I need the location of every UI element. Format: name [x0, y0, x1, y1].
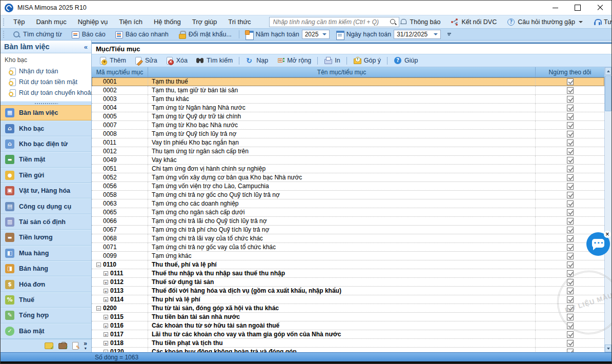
expand-toggle[interactable]: +	[104, 341, 108, 346]
table-row[interactable]: 0099 Tạm ứng khác	[92, 252, 604, 260]
stop-tracking-checkbox[interactable]	[567, 314, 574, 320]
sidebar-nav-item[interactable]: Tổng hợp	[1, 308, 91, 323]
stop-tracking-checkbox[interactable]	[567, 113, 574, 120]
menu-item[interactable]: Danh mục	[30, 15, 72, 29]
chat-close-icon[interactable]: ×	[604, 231, 611, 238]
stop-tracking-checkbox[interactable]	[567, 122, 574, 129]
toolbar-grip-handle[interactable]	[3, 30, 5, 38]
sidebar-collapse-button[interactable]: «	[84, 43, 88, 51]
panel-toolbar-button[interactable]: Xóa	[161, 56, 192, 65]
sidebar-nav-item[interactable]: Mua hàng	[1, 246, 91, 261]
panel-toolbar-button[interactable]: Tìm kiếm	[192, 56, 237, 65]
table-row[interactable]: 0001 Tạm thu thuế	[92, 77, 604, 86]
table-row[interactable]: + 0117 Lãi thu từ các khoản cho vay và t…	[92, 330, 604, 339]
panel-toolbar-button[interactable]: Thêm	[95, 56, 130, 65]
stop-tracking-checkbox[interactable]	[567, 96, 574, 103]
stop-tracking-checkbox[interactable]	[567, 148, 574, 155]
vertical-scrollbar[interactable]	[604, 67, 611, 352]
sidebar-nav-item[interactable]: Bán hàng	[1, 261, 91, 276]
fiscal-year-select[interactable]: 2025	[302, 30, 330, 39]
panel-toolbar-button[interactable]: Nạp	[241, 56, 272, 65]
expand-toggle[interactable]: +	[104, 280, 108, 285]
table-row[interactable]: + 0118 Thu tiền phạt và tịch thu	[92, 339, 604, 348]
panel-toolbar-button[interactable]: Góp ý	[349, 56, 385, 65]
expand-toggle[interactable]: +	[104, 332, 108, 337]
stop-tracking-checkbox[interactable]	[567, 78, 574, 85]
feature-search-input[interactable]	[269, 17, 399, 27]
posting-date-select[interactable]: 31/12/2025	[394, 30, 441, 39]
stop-tracking-checkbox[interactable]	[567, 331, 574, 338]
shortcut-item[interactable]: Rút dự toán chuyển khoản	[4, 87, 91, 98]
stop-tracking-checkbox[interactable]	[567, 131, 574, 137]
table-row[interactable]: + 0112 Thuế sử dụng tài sản	[92, 278, 604, 287]
table-row[interactable]: 0068 Tạm ứng chi trả lãi vay của tổ chức…	[92, 234, 604, 243]
menu-right-item[interactable]: Tư vấn	[593, 18, 612, 26]
scroll-up-button[interactable]	[605, 67, 611, 75]
expand-toggle[interactable]: −	[96, 262, 101, 267]
expand-toggle[interactable]: +	[104, 289, 108, 293]
stop-tracking-checkbox[interactable]	[567, 235, 574, 242]
table-row[interactable]: 0004 Tạm ứng từ Ngân hàng Nhà nước	[92, 104, 604, 112]
quick-toolbar-button[interactable]: Báo cáo	[67, 30, 110, 38]
column-header-stop-tracking[interactable]: Ngừng theo dõi	[536, 67, 604, 77]
table-row[interactable]: 0056 Tạm ứng vốn viện trợ cho Lào, Campu…	[92, 182, 604, 191]
menu-item[interactable]: Tiện ích	[113, 15, 148, 29]
stop-tracking-checkbox[interactable]	[567, 218, 574, 225]
stop-tracking-checkbox[interactable]	[567, 157, 574, 164]
support-chat-button[interactable]: ×	[586, 232, 610, 256]
stop-tracking-checkbox[interactable]	[567, 296, 574, 303]
stop-tracking-checkbox[interactable]	[567, 340, 574, 347]
stop-tracking-checkbox[interactable]	[567, 209, 574, 216]
table-row[interactable]: + 0115 Thu tiền bán tài sản nhà nước	[92, 313, 604, 321]
table-row[interactable]: 0012 Thu tạm ứng từ ngân sách cấp trên	[92, 147, 604, 156]
panel-toolbar-button[interactable]	[239, 57, 239, 65]
toolbar-overflow-button[interactable]	[446, 33, 452, 36]
table-row[interactable]: 0052 Tạm ứng vốn xây dựng cơ bản qua Kho…	[92, 173, 604, 182]
panel-toolbar-button[interactable]	[346, 57, 347, 65]
expand-toggle[interactable]: −	[96, 306, 101, 311]
table-row[interactable]: 0007 Tạm ứng từ Kho bạc Nhà nước	[92, 121, 604, 130]
sidebar-nav-item[interactable]: Thuế	[1, 292, 91, 308]
shortcut-item[interactable]: Rút dự toán tiền mặt	[4, 76, 91, 87]
stop-tracking-checkbox[interactable]	[567, 166, 574, 172]
sidebar-nav-item[interactable]: Tiền gửi	[1, 168, 91, 183]
expand-toggle[interactable]: +	[104, 297, 108, 302]
table-row[interactable]: 0063 Tạm ứng cho các doanh nghiệp	[92, 199, 604, 208]
sidebar-nav-item[interactable]: Tiền lương	[1, 230, 91, 245]
table-row[interactable]: + 0111 Thuế thu nhập và thu nhập sau thu…	[92, 269, 604, 278]
menu-item[interactable]: Tệp	[8, 15, 30, 29]
panel-toolbar-button[interactable]: In	[320, 56, 344, 65]
stop-tracking-checkbox[interactable]	[567, 192, 574, 198]
stop-tracking-checkbox[interactable]	[567, 183, 574, 190]
scrollbar-thumb[interactable]	[605, 75, 611, 111]
panel-toolbar-button[interactable]: Mở rộng	[272, 56, 315, 65]
table-row[interactable]: 0002 Tạm thu, tạm giữ từ bán tài sản	[92, 86, 604, 95]
column-header-code[interactable]: Mã mục/tiểu mục	[92, 67, 148, 77]
stop-tracking-checkbox[interactable]	[567, 279, 574, 286]
sidebar-nav-item[interactable]: Tiền mặt	[1, 152, 91, 167]
maximize-button[interactable]	[566, 1, 589, 15]
expand-toggle[interactable]: +	[104, 323, 108, 328]
quick-toolbar-button[interactable]: Đổi mật khẩu...	[173, 30, 236, 38]
menu-right-item[interactable]: Thông báo	[399, 18, 441, 26]
sidebar-splitter[interactable]	[1, 101, 91, 105]
stop-tracking-checkbox[interactable]	[567, 253, 574, 259]
table-row[interactable]: 0067 Tạm ứng chi trả phí cho Quỹ tích lũ…	[92, 226, 604, 234]
menu-item[interactable]: Hệ thống	[148, 15, 187, 29]
tray-more-button[interactable]: »▾	[84, 341, 87, 351]
sidebar-nav-item[interactable]: Bảo mật	[1, 323, 91, 339]
stop-tracking-checkbox[interactable]	[567, 288, 574, 294]
stop-tracking-checkbox[interactable]	[567, 244, 574, 251]
table-row[interactable]: 0008 Tạm ứng từ Quỹ tích lũy trả nợ	[92, 130, 604, 138]
menu-item[interactable]: Nghiệp vụ	[72, 15, 114, 29]
quick-toolbar-button[interactable]: Báo cáo nhanh	[110, 30, 173, 38]
search-icon[interactable]	[390, 18, 397, 26]
menu-right-item[interactable]: Câu hỏi thường gặp	[507, 18, 583, 26]
table-row[interactable]: + 0120 Các khoản huy động không hoàn trả…	[92, 348, 604, 352]
stop-tracking-checkbox[interactable]	[567, 349, 574, 353]
table-row[interactable]: 0066 Tạm ứng chi trả lãi cho Quỹ tích lũ…	[92, 217, 604, 226]
menu-right-item[interactable]: Kết nối DVC	[451, 18, 497, 26]
expand-toggle[interactable]: +	[104, 350, 108, 353]
table-row[interactable]: 0065 Tạm ứng cho ngân sách cấp dưới	[92, 208, 604, 217]
table-row[interactable]: 0005 Tạm ứng từ Quỹ dự trữ tài chính	[92, 112, 604, 121]
